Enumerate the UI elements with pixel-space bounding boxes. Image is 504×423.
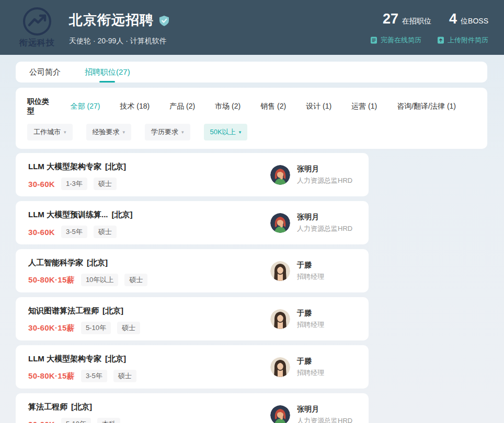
job-card[interactable]: 人工智能科学家 [北京] 50-80K·15薪 10年以上 硕士 [16,249,369,292]
filter-category-tech[interactable]: 技术 (18) [120,102,150,111]
cartoon-avatar-icon [270,165,290,185]
logo-text: 衔远科技 [19,38,55,49]
job-location: [北京] [102,306,123,316]
stat-boss-count: 4 位BOSS [449,11,488,27]
filter-category-marketing[interactable]: 市场 (2) [215,102,240,111]
dropdown-label: 50K以上 [210,127,236,137]
job-tag-education: 硕士 [124,274,147,286]
recruiter-name: 于滕 [297,261,324,270]
filter-category-design[interactable]: 设计 (1) [306,102,331,111]
job-title: LLM 大模型架构专家 [28,162,101,172]
filter-category-product[interactable]: 产品 (2) [169,102,195,111]
recruiter-title: 招聘经理 [297,272,324,281]
stat-value: 27 [383,11,398,27]
filter-category-sales[interactable]: 销售 (2) [260,102,286,111]
recruiter-name: 张明月 [297,213,352,222]
stat-open-positions: 27 在招职位 [383,11,431,27]
job-salary: 50-80K·15薪 [28,275,75,285]
tab-company-intro[interactable]: 公司简介 [29,62,61,83]
recruiter-name: 于滕 [297,309,324,318]
photo-avatar-icon [270,309,290,329]
job-salary: 50-80K·15薪 [28,371,75,381]
recruiter-name: 于滕 [297,357,324,366]
job-salary: 30-60K [28,420,55,423]
job-tag-experience: 10年以上 [81,274,118,286]
cartoon-avatar-icon [270,405,290,423]
cartoon-avatar-icon [270,213,290,233]
job-title: 知识图谱算法工程师 [28,306,99,316]
recruiter-avatar [270,405,290,423]
recruiter-title: 招聘经理 [297,320,324,330]
job-tag-experience: 3-5年 [81,370,107,382]
job-tag-experience: 1-3年 [61,178,87,190]
resume-doc-icon [370,37,377,44]
job-tag-education: 硕士 [117,322,140,334]
recruiter-title: 人力资源总监HRD [297,176,352,185]
job-salary: 30-60K [28,180,55,189]
job-title: 人工智能科学家 [28,258,83,268]
job-salary: 30-60K [28,228,55,237]
job-location: [北京] [87,258,108,268]
job-title: LLM 大模型预训练算... [28,210,108,220]
job-list: LLM 大模型架构专家 [北京] 30-60K 1-3年 硕士 [0,153,504,423]
recruiter: 于滕 招聘经理 [270,357,324,378]
job-salary: 30-60K·15薪 [28,323,75,333]
filter-dropdown-city[interactable]: 工作城市 ▾ [27,124,73,140]
tab-job-positions[interactable]: 招聘职位(27) [85,62,130,83]
filter-panel: 职位类型 全部 (27) 技术 (18) 产品 (2) 市场 (2) 销售 (2… [16,88,487,149]
filter-dropdown-experience[interactable]: 经验要求 ▾ [86,124,132,140]
filter-category-all[interactable]: 全部 (27) [71,102,100,111]
dropdown-label: 工作城市 [33,127,61,137]
verified-shield-icon [159,15,169,27]
company-meta: 天使轮 · 20-99人 · 计算机软件 [69,37,370,46]
recruiter: 于滕 招聘经理 [270,261,324,281]
job-card[interactable]: 算法工程师 [北京] 30-60K 5-10年 本科 [16,393,369,423]
job-card[interactable]: LLM 大模型架构专家 [北京] 50-80K·15薪 3-5年 硕士 [16,345,369,389]
filter-category-operations[interactable]: 运营 (1) [351,102,377,111]
job-tag-experience: 5-10年 [81,322,111,334]
job-card[interactable]: LLM 大模型预训练算... [北京] 30-60K 3-5年 硕士 [16,201,369,244]
stat-label: 在招职位 [402,17,431,26]
company-logo-icon [22,6,52,37]
job-tag-education: 硕士 [94,226,117,238]
filter-dropdown-salary[interactable]: 50K以上 ▾ [204,124,248,140]
filter-category-consulting[interactable]: 咨询/翻译/法律 (1) [397,102,456,111]
job-location: [北京] [105,162,126,172]
chevron-down-icon: ▾ [239,130,242,135]
job-location: [北京] [112,210,133,220]
filter-category-label: 职位类型 [27,97,56,116]
recruiter-name: 张明月 [297,405,352,414]
job-title: LLM 大模型架构专家 [28,354,101,364]
company-name: 北京衔远招聘 [69,11,154,29]
stat-value: 4 [449,11,457,27]
recruiter-title: 人力资源总监HRD [297,416,352,423]
job-tag-experience: 5-10年 [61,418,91,423]
photo-avatar-icon [270,357,290,377]
job-tag-education: 硕士 [113,370,136,382]
recruiter-avatar [270,357,290,377]
job-tag-experience: 3-5年 [61,226,87,238]
photo-avatar-icon [270,261,290,281]
complete-online-resume-link[interactable]: 完善在线简历 [370,36,421,45]
recruiter-name: 张明月 [297,164,352,174]
link-label: 完善在线简历 [381,36,421,45]
recruiter: 张明月 人力资源总监HRD [270,213,352,233]
job-location: [北京] [105,354,126,364]
job-tag-education: 硕士 [94,178,117,190]
job-location: [北京] [71,402,92,412]
job-card[interactable]: LLM 大模型架构专家 [北京] 30-60K 1-3年 硕士 [16,153,369,196]
chevron-down-icon: ▾ [123,130,125,135]
recruiter-avatar [270,309,290,329]
stat-label: 位BOSS [461,17,488,26]
upload-file-icon [437,37,444,44]
dropdown-label: 经验要求 [93,127,120,137]
recruiter: 张明月 人力资源总监HRD [270,405,352,423]
job-card[interactable]: 知识图谱算法工程师 [北京] 30-60K·15薪 5-10年 硕士 [16,297,369,340]
recruiter-title: 人力资源总监HRD [297,224,352,233]
company-stats: 27 在招职位 4 位BOSS [383,11,488,27]
recruiter: 张明月 人力资源总监HRD [270,164,352,185]
upload-attachment-resume-link[interactable]: 上传附件简历 [437,36,488,45]
filter-dropdown-education[interactable]: 学历要求 ▾ [145,124,190,140]
recruiter-avatar [270,261,290,281]
dropdown-label: 学历要求 [151,127,178,137]
